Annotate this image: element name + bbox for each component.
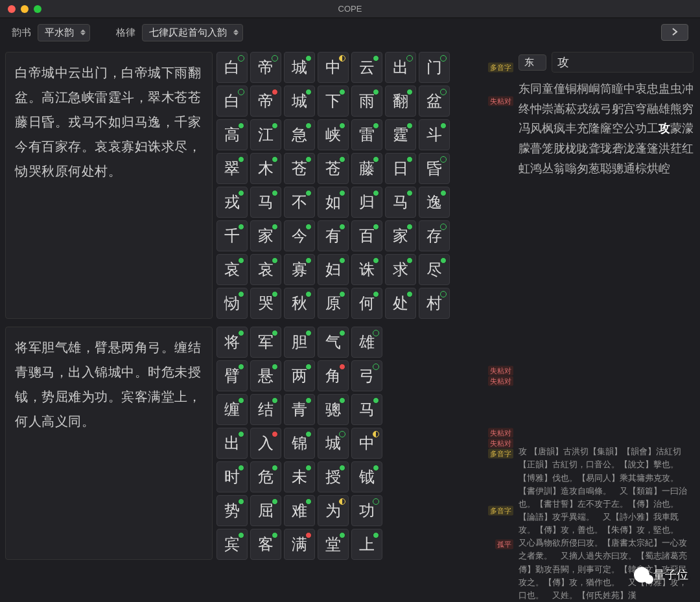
char-cell[interactable]: 中 <box>318 52 349 83</box>
char-cell[interactable]: 马 <box>351 394 382 425</box>
char-cell[interactable]: 难 <box>284 495 315 526</box>
char-cell[interactable]: 功 <box>351 495 382 526</box>
minimize-icon[interactable] <box>21 5 29 13</box>
char-cell[interactable]: 满 <box>284 529 315 560</box>
char-cell[interactable]: 今 <box>284 220 315 251</box>
char-cell[interactable]: 中 <box>351 428 382 459</box>
rhyme-group-select[interactable]: 东 <box>519 54 546 71</box>
char-cell[interactable]: 哀 <box>216 254 248 285</box>
rhyme-book-select[interactable]: 平水韵 <box>38 24 90 41</box>
char-cell[interactable]: 未 <box>284 461 315 492</box>
char-cell[interactable]: 家 <box>250 220 281 251</box>
char-cell[interactable]: 出 <box>385 52 416 83</box>
char-cell[interactable]: 雨 <box>351 86 382 117</box>
char-cell[interactable]: 胆 <box>284 327 315 358</box>
char-cell[interactable]: 秋 <box>284 288 315 319</box>
char-cell[interactable]: 斗 <box>419 119 450 150</box>
char-cell[interactable]: 白 <box>216 86 248 117</box>
char-cell[interactable]: 城 <box>284 86 315 117</box>
char-cell[interactable]: 青 <box>284 394 315 425</box>
char-cell[interactable]: 原 <box>318 288 349 319</box>
char-cell[interactable]: 骢 <box>318 394 349 425</box>
char-cell[interactable]: 云 <box>351 52 382 83</box>
char-cell[interactable]: 诛 <box>351 254 382 285</box>
poem-text[interactable]: 白帝城中云出门，白帝城下雨翻盆。高江急峡雷霆斗，翠木苍苍藤日昏。戎马不如归马逸，… <box>5 52 213 319</box>
char-cell[interactable]: 存 <box>419 220 450 251</box>
char-cell[interactable]: 妇 <box>318 254 349 285</box>
char-cell[interactable]: 木 <box>250 153 281 184</box>
char-cell[interactable]: 逸 <box>419 187 450 218</box>
char-cell[interactable]: 城 <box>318 428 349 459</box>
char-cell[interactable]: 峡 <box>318 119 349 150</box>
char-cell[interactable]: 势 <box>216 495 248 526</box>
char-cell[interactable]: 白 <box>216 52 248 83</box>
maximize-icon[interactable] <box>34 5 41 13</box>
char-cell[interactable]: 家 <box>385 220 416 251</box>
char-cell[interactable]: 上 <box>351 529 382 560</box>
char-cell[interactable]: 恸 <box>216 288 248 319</box>
char-cell[interactable]: 马 <box>385 187 416 218</box>
char-cell[interactable]: 村 <box>419 288 450 319</box>
char-cell[interactable]: 时 <box>216 461 248 492</box>
char-cell[interactable]: 寡 <box>284 254 315 285</box>
pattern-select[interactable]: 七律仄起首句入韵 <box>142 24 243 41</box>
char-cell[interactable]: 门 <box>419 52 450 83</box>
char-cell[interactable]: 藤 <box>351 153 382 184</box>
char-cell[interactable]: 不 <box>284 187 315 218</box>
char-cell[interactable]: 百 <box>351 220 382 251</box>
poem-text[interactable]: 将军胆气雄，臂悬两角弓。缠结青骢马，出入锦城中。时危未授钺，势屈难为功。宾客满堂… <box>5 327 213 560</box>
char-cell[interactable]: 苍 <box>284 153 315 184</box>
char-cell[interactable]: 入 <box>250 428 281 459</box>
char-cell[interactable]: 高 <box>216 119 248 150</box>
char-cell[interactable]: 出 <box>216 428 248 459</box>
char-cell[interactable]: 屈 <box>250 495 281 526</box>
char-cell[interactable]: 帝 <box>250 52 281 83</box>
char-cell[interactable]: 锦 <box>284 428 315 459</box>
close-icon[interactable] <box>8 5 16 13</box>
char-cell[interactable]: 两 <box>284 360 315 391</box>
char-cell[interactable]: 城 <box>284 52 315 83</box>
char-cell[interactable]: 危 <box>250 461 281 492</box>
char-cell[interactable]: 钺 <box>351 461 382 492</box>
char-cell[interactable]: 处 <box>385 288 416 319</box>
char-cell[interactable]: 弓 <box>351 360 382 391</box>
char-cell[interactable]: 哀 <box>250 254 281 285</box>
char-cell[interactable]: 雷 <box>351 119 382 150</box>
char-cell[interactable]: 悬 <box>250 360 281 391</box>
next-button[interactable] <box>661 24 688 41</box>
char-cell[interactable]: 江 <box>250 119 281 150</box>
char-cell[interactable]: 堂 <box>318 529 349 560</box>
rhyme-search-input[interactable]: 攻 <box>552 52 694 73</box>
char-cell[interactable]: 宾 <box>216 529 248 560</box>
char-cell[interactable]: 日 <box>385 153 416 184</box>
char-cell[interactable]: 角 <box>318 360 349 391</box>
char-cell[interactable]: 如 <box>318 187 349 218</box>
char-cell[interactable]: 尽 <box>419 254 450 285</box>
char-cell[interactable]: 气 <box>318 327 349 358</box>
char-cell[interactable]: 急 <box>284 119 315 150</box>
char-cell[interactable]: 戎 <box>216 187 248 218</box>
char-cell[interactable]: 马 <box>250 187 281 218</box>
char-cell[interactable]: 盆 <box>419 86 450 117</box>
char-cell[interactable]: 军 <box>250 327 281 358</box>
char-cell[interactable]: 求 <box>385 254 416 285</box>
char-cell[interactable]: 哭 <box>250 288 281 319</box>
char-cell[interactable]: 下 <box>318 86 349 117</box>
char-cell[interactable]: 授 <box>318 461 349 492</box>
char-cell[interactable]: 雄 <box>351 327 382 358</box>
char-cell[interactable]: 翻 <box>385 86 416 117</box>
char-cell[interactable]: 苍 <box>318 153 349 184</box>
char-cell[interactable]: 帝 <box>250 86 281 117</box>
char-cell[interactable]: 将 <box>216 327 248 358</box>
char-cell[interactable]: 千 <box>216 220 248 251</box>
char-cell[interactable]: 霆 <box>385 119 416 150</box>
char-cell[interactable]: 结 <box>250 394 281 425</box>
char-cell[interactable]: 归 <box>351 187 382 218</box>
char-cell[interactable]: 为 <box>318 495 349 526</box>
char-cell[interactable]: 何 <box>351 288 382 319</box>
char-cell[interactable]: 有 <box>318 220 349 251</box>
char-cell[interactable]: 客 <box>250 529 281 560</box>
char-cell[interactable]: 缠 <box>216 394 248 425</box>
char-cell[interactable]: 翠 <box>216 153 248 184</box>
char-cell[interactable]: 昏 <box>419 153 450 184</box>
